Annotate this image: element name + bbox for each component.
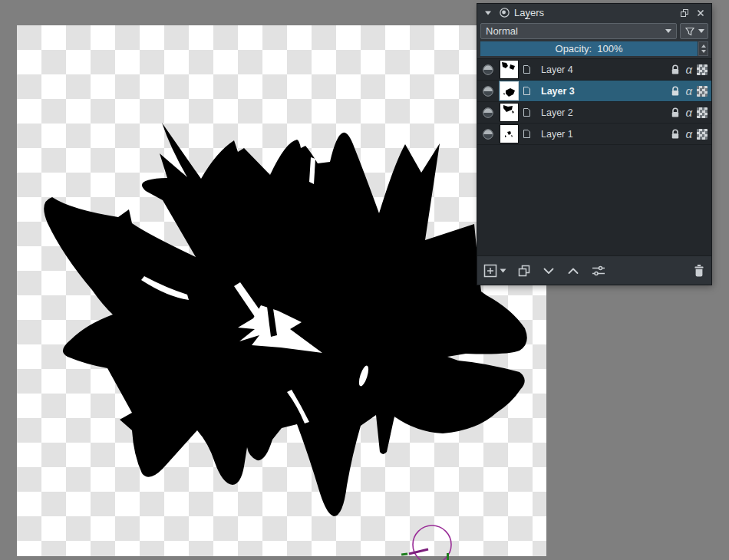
lock-icon[interactable] bbox=[670, 107, 681, 118]
inherit-alpha-checker-icon[interactable] bbox=[697, 86, 708, 97]
layer-thumbnail[interactable] bbox=[500, 81, 519, 100]
visibility-toggle[interactable] bbox=[477, 81, 499, 101]
layer-filter-button[interactable] bbox=[680, 23, 708, 39]
docker-badge-icon bbox=[498, 7, 510, 19]
opacity-slider[interactable]: Opacity: 100% bbox=[480, 41, 698, 56]
opacity-value: 100% bbox=[597, 43, 622, 54]
alpha-icon[interactable]: α bbox=[685, 64, 692, 75]
eye-icon bbox=[482, 85, 494, 97]
docker-title: Layers bbox=[514, 7, 544, 18]
layer-thumbnail[interactable] bbox=[500, 60, 519, 79]
layer-row[interactable]: Layer 1 α bbox=[477, 124, 711, 145]
layer-name: Layer 3 bbox=[541, 86, 575, 97]
opacity-spinner[interactable] bbox=[698, 41, 708, 56]
alpha-icon[interactable]: α bbox=[685, 128, 692, 140]
duplicate-layer-button[interactable] bbox=[517, 262, 531, 280]
layer-properties-icon bbox=[591, 264, 606, 278]
add-layer-icon bbox=[483, 264, 497, 278]
visibility-toggle[interactable] bbox=[477, 102, 499, 123]
layer-list: Layer 4 α bbox=[477, 58, 711, 256]
lock-icon[interactable] bbox=[670, 128, 681, 140]
spinner-up-icon[interactable] bbox=[701, 44, 706, 48]
visibility-toggle[interactable] bbox=[477, 124, 499, 144]
layer-properties-button[interactable] bbox=[591, 262, 606, 280]
layer-name: Layer 1 bbox=[541, 129, 573, 140]
move-layer-down-button[interactable] bbox=[542, 262, 556, 280]
page-icon bbox=[523, 64, 531, 74]
alpha-icon[interactable]: α bbox=[685, 107, 692, 118]
visibility-toggle[interactable] bbox=[477, 59, 499, 80]
layers-docker: Layers Normal O bbox=[477, 4, 711, 285]
filter-funnel-icon bbox=[684, 26, 695, 37]
layer-thumbnail[interactable] bbox=[500, 124, 519, 143]
layer-toolbar bbox=[477, 257, 711, 285]
inherit-alpha-checker-icon[interactable] bbox=[697, 129, 708, 140]
spinner-down-icon[interactable] bbox=[701, 50, 706, 53]
collapse-arrow-icon[interactable] bbox=[482, 7, 494, 19]
add-layer-button[interactable] bbox=[483, 262, 497, 280]
alpha-icon[interactable]: α bbox=[685, 85, 692, 97]
blend-mode-value: Normal bbox=[486, 25, 518, 37]
move-layer-up-button[interactable] bbox=[566, 262, 580, 280]
inherit-alpha-checker-icon[interactable] bbox=[697, 64, 708, 75]
lock-icon[interactable] bbox=[670, 64, 681, 75]
docker-titlebar[interactable]: Layers bbox=[477, 4, 711, 21]
blend-mode-dropdown[interactable]: Normal bbox=[480, 23, 677, 39]
delete-layer-icon bbox=[693, 264, 705, 278]
application-window: Layers Normal O bbox=[0, 0, 729, 560]
layer-thumbnail[interactable] bbox=[500, 103, 519, 122]
layer-row[interactable]: Layer 3 α bbox=[477, 81, 711, 102]
dropdown-arrow-icon bbox=[665, 29, 671, 33]
delete-layer-button[interactable] bbox=[693, 262, 705, 280]
layer-row[interactable]: Layer 4 α bbox=[477, 59, 711, 81]
layer-name: Layer 4 bbox=[541, 64, 573, 75]
page-icon bbox=[523, 86, 531, 96]
layer-row[interactable]: Layer 2 α bbox=[477, 102, 711, 124]
inherit-alpha-checker-icon[interactable] bbox=[697, 107, 708, 118]
eye-icon bbox=[482, 107, 494, 119]
move-layer-down-icon bbox=[542, 264, 556, 278]
lock-icon[interactable] bbox=[670, 85, 681, 97]
eye-icon bbox=[482, 64, 494, 76]
duplicate-layer-icon bbox=[517, 264, 531, 278]
move-layer-up-icon bbox=[566, 264, 580, 278]
close-icon[interactable] bbox=[694, 7, 707, 19]
dropdown-arrow-icon bbox=[698, 29, 704, 33]
flower-silhouette-artwork bbox=[17, 25, 546, 556]
add-layer-dropdown-arrow-icon[interactable] bbox=[500, 262, 506, 280]
page-icon bbox=[523, 129, 531, 139]
float-icon[interactable] bbox=[678, 7, 691, 19]
canvas-viewport[interactable] bbox=[17, 25, 546, 556]
layer-name: Layer 2 bbox=[541, 107, 573, 118]
page-icon bbox=[523, 107, 531, 117]
eye-icon bbox=[482, 128, 494, 140]
opacity-label: Opacity: bbox=[556, 43, 592, 54]
